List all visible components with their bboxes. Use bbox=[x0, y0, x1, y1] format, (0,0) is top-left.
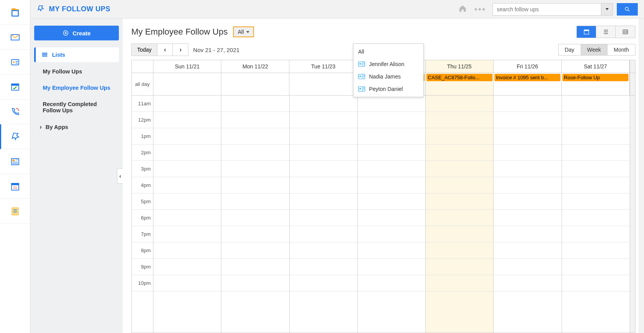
range-month-button[interactable]: Month bbox=[607, 44, 635, 55]
svg-rect-13 bbox=[42, 53, 47, 54]
filter-menu-label: Peyton Daniel bbox=[369, 86, 403, 92]
rail-badge-icon[interactable] bbox=[0, 50, 30, 75]
svg-point-24 bbox=[359, 88, 361, 89]
sidebar-item-by-apps[interactable]: › By Apps bbox=[34, 120, 119, 134]
search-input[interactable] bbox=[493, 3, 601, 16]
person-card-icon bbox=[358, 61, 365, 67]
next-button[interactable]: › bbox=[173, 44, 188, 56]
rail-tasks-icon[interactable] bbox=[0, 75, 30, 99]
svg-rect-18 bbox=[623, 30, 628, 34]
rail-news-icon[interactable] bbox=[0, 149, 30, 174]
day-header: Fri 11/26 bbox=[494, 60, 562, 73]
range-switch: Day Week Month bbox=[558, 44, 635, 56]
range-day-button[interactable]: Day bbox=[559, 44, 581, 55]
more-icon[interactable] bbox=[475, 8, 485, 10]
employee-filter-dropdown[interactable]: All bbox=[233, 26, 254, 37]
chevron-down-icon bbox=[246, 31, 249, 33]
view-list-button[interactable] bbox=[596, 26, 616, 38]
sidebar-item-my-follow-ups[interactable]: My Follow Ups bbox=[34, 65, 119, 78]
day-header: Mon 11/22 bbox=[221, 60, 289, 73]
prev-button[interactable]: ‹ bbox=[157, 44, 173, 56]
svg-point-22 bbox=[359, 75, 361, 77]
topbar: MY FOLLOW UPS bbox=[30, 0, 644, 19]
all-day-cell[interactable] bbox=[289, 73, 357, 95]
day-header: Sat 11/27 bbox=[562, 60, 630, 73]
svg-rect-15 bbox=[42, 56, 47, 56]
day-column[interactable] bbox=[494, 96, 562, 333]
person-card-icon bbox=[358, 74, 365, 79]
sidebar-item-my-employee-follow-ups[interactable]: My Employee Follow Ups bbox=[34, 81, 119, 95]
day-header: Tue 11/23 bbox=[289, 60, 357, 73]
create-label: Create bbox=[73, 30, 91, 37]
day-header: Thu 11/25 bbox=[426, 60, 494, 73]
time-label: 2pm bbox=[132, 145, 153, 161]
all-day-cell[interactable]: Rose-Follow Up bbox=[562, 73, 630, 95]
side-panel: Create Lists My Follow Ups My Employee F… bbox=[30, 19, 123, 333]
search-button[interactable] bbox=[617, 3, 638, 16]
icon-rail: 31 bbox=[0, 0, 30, 333]
day-column[interactable] bbox=[358, 96, 426, 333]
sidebar-item-label: My Follow Ups bbox=[43, 68, 82, 75]
rail-followups-icon[interactable] bbox=[0, 124, 30, 149]
svg-rect-4 bbox=[11, 84, 19, 85]
sidebar-item-label: Recently Completed Follow Ups bbox=[43, 101, 113, 113]
all-day-cell[interactable]: CASE_AC8758-Follo... bbox=[426, 73, 494, 95]
rail-mail-icon[interactable] bbox=[0, 25, 30, 50]
calendar-event[interactable]: CASE_AC8758-Follo... bbox=[426, 74, 493, 81]
calendar-event[interactable]: Invoice # 1095 sent b... bbox=[494, 74, 560, 81]
create-button[interactable]: Create bbox=[34, 26, 119, 40]
time-label: 7pm bbox=[132, 226, 153, 242]
all-day-cell[interactable] bbox=[221, 73, 289, 95]
time-label: 11am bbox=[132, 96, 153, 112]
rail-contacts-icon[interactable] bbox=[0, 0, 30, 25]
filter-menu-label: Nadia James bbox=[369, 73, 401, 80]
page-title: MY FOLLOW UPS bbox=[49, 5, 110, 13]
time-label: 3pm bbox=[132, 161, 153, 177]
calendar-event[interactable]: Rose-Follow Up bbox=[562, 74, 628, 81]
page-scrollbar[interactable] bbox=[639, 19, 644, 333]
filter-menu-item[interactable]: Peyton Daniel bbox=[353, 83, 423, 95]
search-dropdown-toggle[interactable] bbox=[601, 3, 613, 16]
svg-point-11 bbox=[625, 7, 628, 10]
rail-notes-icon[interactable] bbox=[0, 199, 30, 224]
svg-rect-14 bbox=[42, 54, 47, 55]
view-table-button[interactable] bbox=[616, 26, 635, 38]
day-column[interactable] bbox=[426, 96, 494, 333]
rail-calls-icon[interactable] bbox=[0, 99, 30, 124]
home-icon[interactable] bbox=[458, 4, 467, 14]
filter-menu-label: All bbox=[358, 49, 364, 55]
filter-menu-item[interactable]: Jennifer Alison bbox=[353, 58, 423, 70]
pin-icon bbox=[37, 4, 45, 14]
day-column[interactable] bbox=[290, 96, 358, 333]
sidebar-item-recently-completed[interactable]: Recently Completed Follow Ups bbox=[34, 97, 119, 117]
rail-calendar-icon[interactable]: 31 bbox=[0, 174, 30, 199]
date-range-label: Nov 21 - 27, 2021 bbox=[193, 47, 239, 53]
employee-filter-menu: AllJennifer AlisonNadia JamesPeyton Dani… bbox=[353, 44, 424, 97]
sidebar-item-lists[interactable]: Lists bbox=[34, 47, 119, 62]
range-week-button[interactable]: Week bbox=[581, 44, 608, 55]
all-day-cell[interactable]: Invoice # 1095 sent b... bbox=[494, 73, 562, 95]
view-calendar-button[interactable] bbox=[577, 26, 596, 38]
calendar: Sun 11/21Mon 11/22Tue 11/23Wed 11/24Thu … bbox=[131, 60, 635, 333]
all-day-cell[interactable] bbox=[153, 73, 221, 95]
svg-rect-10 bbox=[12, 207, 18, 215]
filter-menu-item[interactable]: Nadia James bbox=[353, 70, 423, 83]
sidebar-item-label: Lists bbox=[52, 52, 65, 58]
chevron-down-icon bbox=[606, 8, 609, 10]
sidebar-item-label: My Employee Follow Ups bbox=[43, 85, 110, 91]
day-column[interactable] bbox=[562, 96, 630, 333]
svg-rect-8 bbox=[11, 183, 19, 185]
svg-point-2 bbox=[13, 61, 15, 63]
today-button[interactable]: Today bbox=[131, 44, 157, 56]
time-label: 9pm bbox=[132, 259, 153, 275]
person-card-icon bbox=[358, 86, 365, 92]
svg-rect-17 bbox=[584, 30, 589, 31]
time-label: 5pm bbox=[132, 194, 153, 210]
filter-menu-item[interactable]: All bbox=[353, 45, 423, 58]
filter-label: All bbox=[238, 29, 244, 35]
all-day-label: all day bbox=[132, 73, 153, 95]
day-column[interactable] bbox=[153, 96, 221, 333]
time-label: 12pm bbox=[132, 112, 153, 128]
day-column[interactable] bbox=[221, 96, 289, 333]
collapse-sidepanel-handle[interactable]: ‹ bbox=[117, 168, 123, 184]
